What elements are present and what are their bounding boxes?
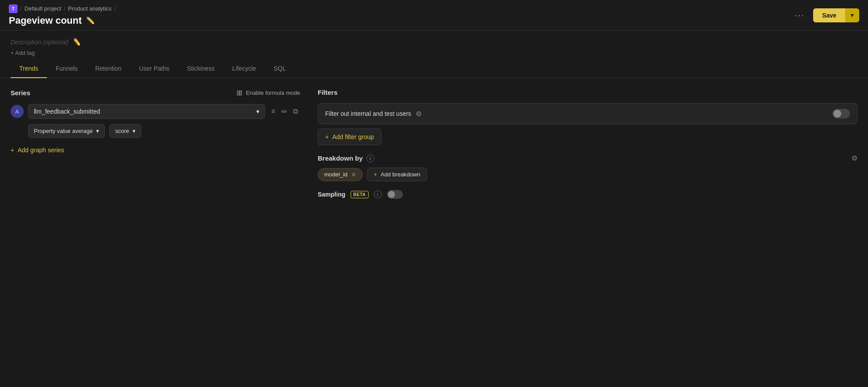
tab-funnels[interactable]: Funnels bbox=[47, 60, 86, 78]
main-content: Series ⊞ Enable formula mode A llm_feedb… bbox=[0, 78, 868, 209]
tab-user-paths[interactable]: User Paths bbox=[130, 60, 178, 78]
series-actions: ≡ ✏ ⧉ bbox=[269, 106, 300, 118]
breakdown-settings-icon[interactable]: ⚙ bbox=[851, 154, 857, 162]
series-filter-icon[interactable]: ≡ bbox=[269, 106, 277, 117]
filters-title: Filters bbox=[318, 89, 337, 96]
tab-lifecycle[interactable]: Lifecycle bbox=[223, 60, 265, 78]
series-edit-icon[interactable]: ✏ bbox=[280, 106, 289, 118]
edit-description-icon[interactable]: ✏️ bbox=[72, 38, 81, 46]
add-series-label: Add graph series bbox=[18, 147, 64, 154]
series-event-select[interactable]: llm_feedback_submitted ▾ bbox=[28, 104, 265, 119]
sampling-beta-badge: BETA bbox=[351, 191, 368, 198]
more-options-button[interactable]: ··· bbox=[791, 8, 808, 22]
filter-internal-toggle[interactable] bbox=[832, 109, 850, 118]
filter-settings-icon[interactable]: ⚙ bbox=[416, 110, 422, 118]
toggle-knob bbox=[833, 110, 841, 118]
description-area: Description (optional) ✏️ + Add tag bbox=[0, 31, 868, 60]
tab-trends[interactable]: Trends bbox=[11, 60, 47, 78]
property-agg-dropdown[interactable]: Property value average ▾ bbox=[28, 124, 105, 138]
property-field-label: score bbox=[115, 128, 129, 134]
description-placeholder: Description (optional) bbox=[11, 39, 68, 46]
add-breakdown-plus: + bbox=[374, 171, 377, 178]
breadcrumb-sep-1: / bbox=[20, 5, 22, 12]
breakdown-header: Breakdown by i ⚙ bbox=[318, 154, 857, 162]
series-row-a: A llm_feedback_submitted ▾ ≡ ✏ ⧉ bbox=[11, 104, 300, 119]
breakdown-remove-icon[interactable]: ✕ bbox=[351, 171, 356, 178]
series-title: Series bbox=[11, 89, 30, 97]
tabs-row: Trends Funnels Retention User Paths Stic… bbox=[0, 60, 868, 78]
header: T / Default project / Product analytics … bbox=[0, 0, 868, 31]
sampling-info-icon[interactable]: i bbox=[374, 190, 382, 198]
breakdown-title-group: Breakdown by i bbox=[318, 154, 374, 162]
sampling-toggle-knob bbox=[388, 191, 395, 198]
filter-internal-users-row: Filter out internal and test users ⚙ bbox=[318, 103, 857, 124]
series-event-name: llm_feedback_submitted bbox=[34, 108, 100, 115]
save-dropdown-button[interactable]: ▼ bbox=[845, 8, 859, 22]
add-filter-label: Add filter group bbox=[332, 133, 374, 140]
formula-mode-label: Enable formula mode bbox=[246, 90, 300, 96]
property-field-arrow: ▾ bbox=[133, 128, 136, 134]
filter-internal-label: Filter out internal and test users bbox=[325, 110, 411, 117]
breadcrumb-sep-2: / bbox=[64, 5, 65, 12]
header-left: T / Default project / Product analytics … bbox=[9, 4, 116, 26]
breakdown-section: Breakdown by i ⚙ model_id ✕ + Add breakd… bbox=[318, 154, 857, 181]
header-right: ··· Save ▼ bbox=[791, 8, 859, 22]
breakdown-tag-label: model_id bbox=[324, 171, 348, 178]
property-agg-label: Property value average bbox=[34, 128, 93, 134]
edit-title-icon[interactable]: ✏️ bbox=[86, 16, 95, 25]
add-filter-group-button[interactable]: + Add filter group bbox=[318, 129, 381, 145]
breadcrumb-section[interactable]: Product analytics bbox=[68, 5, 111, 12]
tab-stickiness[interactable]: Stickiness bbox=[178, 60, 223, 78]
add-filter-plus: + bbox=[325, 133, 329, 140]
save-button-group: Save ▼ bbox=[813, 8, 859, 22]
sampling-section: Sampling BETA i bbox=[318, 190, 857, 199]
tab-sql[interactable]: SQL bbox=[265, 60, 295, 78]
add-series-plus: + bbox=[11, 147, 14, 154]
page-title-row: Pageview count ✏️ bbox=[9, 15, 116, 26]
breakdown-row: model_id ✕ + Add breakdown bbox=[318, 168, 857, 181]
formula-icon: ⊞ bbox=[237, 89, 242, 97]
workspace-avatar: T bbox=[9, 4, 18, 13]
series-avatar-a: A bbox=[11, 105, 24, 118]
formula-mode-button[interactable]: ⊞ Enable formula mode bbox=[237, 89, 300, 97]
tab-retention[interactable]: Retention bbox=[86, 60, 130, 78]
add-breakdown-label: Add breakdown bbox=[380, 171, 420, 178]
series-section: Series ⊞ Enable formula mode A llm_feedb… bbox=[11, 89, 300, 199]
filter-left: Filter out internal and test users ⚙ bbox=[325, 110, 422, 118]
add-tag-button[interactable]: + Add tag bbox=[11, 50, 857, 56]
filters-header: Filters bbox=[318, 89, 857, 96]
property-row: Property value average ▾ score ▾ bbox=[28, 124, 300, 138]
property-field-dropdown[interactable]: score ▾ bbox=[109, 124, 141, 138]
breadcrumb-sep-3: / bbox=[114, 5, 116, 12]
add-graph-series-button[interactable]: + Add graph series bbox=[11, 147, 64, 154]
breadcrumb: T / Default project / Product analytics … bbox=[9, 4, 116, 13]
series-dropdown-arrow: ▾ bbox=[256, 108, 259, 115]
sampling-label: Sampling bbox=[318, 191, 345, 198]
breakdown-info-icon[interactable]: i bbox=[366, 154, 374, 162]
series-header: Series ⊞ Enable formula mode bbox=[11, 89, 300, 97]
property-agg-arrow: ▾ bbox=[96, 128, 99, 134]
add-breakdown-button[interactable]: + Add breakdown bbox=[367, 168, 427, 181]
filters-section: Filters Filter out internal and test use… bbox=[318, 89, 857, 199]
series-copy-icon[interactable]: ⧉ bbox=[291, 106, 300, 117]
breakdown-title-label: Breakdown by bbox=[318, 154, 363, 162]
breadcrumb-project[interactable]: Default project bbox=[25, 5, 61, 12]
description-field[interactable]: Description (optional) ✏️ bbox=[11, 38, 857, 46]
breakdown-model-id-tag[interactable]: model_id ✕ bbox=[318, 168, 363, 181]
save-button[interactable]: Save bbox=[813, 8, 845, 22]
page-title: Pageview count bbox=[9, 15, 82, 26]
sampling-toggle[interactable] bbox=[387, 190, 403, 199]
